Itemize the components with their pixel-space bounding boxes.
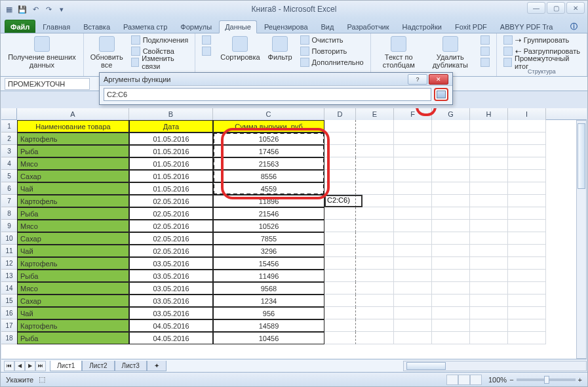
cell[interactable]	[508, 282, 546, 295]
col-F[interactable]: F	[394, 108, 432, 120]
cell[interactable]	[394, 120, 432, 132]
table-row[interactable]: 9Мясо02.05.201610526	[1, 220, 587, 232]
datavalid-button[interactable]	[478, 35, 492, 45]
view-normal[interactable]	[446, 375, 458, 385]
zoom-thumb[interactable]	[544, 376, 549, 384]
dialog-close-button[interactable]: ✕	[429, 74, 448, 85]
cell[interactable]: 11496	[213, 270, 324, 282]
cell[interactable]	[324, 257, 356, 270]
cell[interactable]: 03.05.2016	[129, 270, 213, 282]
sort-button[interactable]: Сортировка	[218, 35, 262, 62]
cell[interactable]: 9568	[213, 282, 324, 295]
col-A[interactable]: A	[17, 108, 129, 120]
cell[interactable]: 3296	[213, 245, 324, 257]
cell[interactable]	[324, 207, 356, 220]
cell[interactable]: 10526	[213, 132, 324, 145]
cell[interactable]: Рыба	[17, 332, 129, 344]
range-input[interactable]	[104, 88, 431, 101]
tab-file[interactable]: Файл	[5, 20, 35, 33]
table-row[interactable]: 5Сахар01.05.20168556	[1, 170, 587, 182]
cell[interactable]	[432, 307, 470, 319]
table-row[interactable]: 13Рыба03.05.201611496	[1, 270, 587, 282]
cell[interactable]	[508, 120, 546, 132]
tab-foxit[interactable]: Foxit PDF	[449, 20, 493, 33]
cell[interactable]	[432, 207, 470, 220]
cell[interactable]	[470, 195, 508, 207]
cell[interactable]: 02.05.2016	[129, 195, 213, 207]
cell[interactable]: Рыба	[17, 270, 129, 282]
cell[interactable]	[324, 245, 356, 257]
cell[interactable]	[324, 170, 356, 182]
cell[interactable]	[432, 220, 470, 232]
cell[interactable]	[394, 307, 432, 319]
row-header[interactable]: 1	[1, 120, 17, 132]
close-button[interactable]: ✕	[566, 2, 585, 14]
col-G[interactable]: G	[432, 108, 470, 120]
cell[interactable]	[508, 270, 546, 282]
row-header[interactable]: 12	[1, 257, 17, 270]
cell[interactable]	[508, 232, 546, 245]
row-header[interactable]: 4	[1, 157, 17, 170]
table-row[interactable]: 11Чай02.05.20163296	[1, 245, 587, 257]
cell[interactable]: Наименование товара	[17, 120, 129, 132]
cell[interactable]	[470, 319, 508, 332]
cell[interactable]: Мясо	[17, 282, 129, 295]
zoom-slider[interactable]	[517, 378, 576, 381]
cell[interactable]	[324, 132, 356, 145]
cell[interactable]: 02.05.2016	[129, 232, 213, 245]
cell[interactable]	[470, 307, 508, 319]
view-pagebreak[interactable]	[470, 375, 482, 385]
table-row[interactable]: 17Картофель04.05.201614589	[1, 319, 587, 332]
cell[interactable]: Картофель	[17, 132, 129, 145]
cell[interactable]	[432, 132, 470, 145]
row-header[interactable]: 10	[1, 232, 17, 245]
col-H[interactable]: H	[470, 108, 508, 120]
cell[interactable]	[508, 195, 546, 207]
remove-dupes-button[interactable]: Удалить дубликаты	[425, 35, 475, 70]
row-header[interactable]: 6	[1, 182, 17, 195]
refresh-all-button[interactable]: Обновить все	[88, 35, 126, 70]
tab-abbyy[interactable]: ABBYY PDF Tra	[494, 20, 559, 33]
cell[interactable]	[356, 220, 394, 232]
cell[interactable]	[356, 332, 394, 344]
cell[interactable]	[356, 257, 394, 270]
cell[interactable]	[394, 145, 432, 157]
cell[interactable]: 7855	[213, 232, 324, 245]
cell[interactable]	[324, 220, 356, 232]
cell[interactable]	[432, 282, 470, 295]
row-header[interactable]: 2	[1, 132, 17, 145]
cell[interactable]: Рыба	[17, 207, 129, 220]
cell[interactable]	[356, 170, 394, 182]
hscroll-thumb[interactable]	[406, 362, 446, 370]
sheet-tab-1[interactable]: Лист1	[50, 361, 82, 371]
table-row[interactable]: 3Рыба01.05.201617456	[1, 145, 587, 157]
cell[interactable]	[394, 232, 432, 245]
cell[interactable]	[394, 282, 432, 295]
redo-icon[interactable]: ↷	[43, 3, 54, 15]
cell[interactable]	[432, 157, 470, 170]
row-header[interactable]: 7	[1, 195, 17, 207]
cell[interactable]	[356, 195, 394, 207]
qat-dropdown-icon[interactable]: ▾	[56, 3, 68, 15]
row-header[interactable]: 14	[1, 282, 17, 295]
cell[interactable]	[470, 295, 508, 307]
table-row[interactable]: 7Картофель02.05.201611896	[1, 195, 587, 207]
col-C[interactable]: C	[213, 108, 324, 120]
cell[interactable]	[508, 220, 546, 232]
table-row[interactable]: 4Мясо01.05.201621563	[1, 157, 587, 170]
cell[interactable]	[324, 232, 356, 245]
sheet-next[interactable]: ▶	[25, 361, 35, 371]
help-button[interactable]: ⓘ	[564, 20, 583, 33]
cell[interactable]	[394, 295, 432, 307]
whatif-button[interactable]	[478, 57, 492, 68]
cell[interactable]: 17456	[213, 145, 324, 157]
cell[interactable]: 04.05.2016	[129, 332, 213, 344]
zoom-out-button[interactable]: −	[509, 376, 513, 384]
cells-area[interactable]: 1Наименование товараДатаСумма выручки, р…	[1, 120, 587, 344]
new-sheet-button[interactable]: ✦	[147, 361, 167, 371]
cell[interactable]	[470, 145, 508, 157]
cell[interactable]	[394, 195, 432, 207]
cell[interactable]: Мясо	[17, 157, 129, 170]
cell[interactable]	[432, 182, 470, 195]
cell[interactable]	[324, 295, 356, 307]
